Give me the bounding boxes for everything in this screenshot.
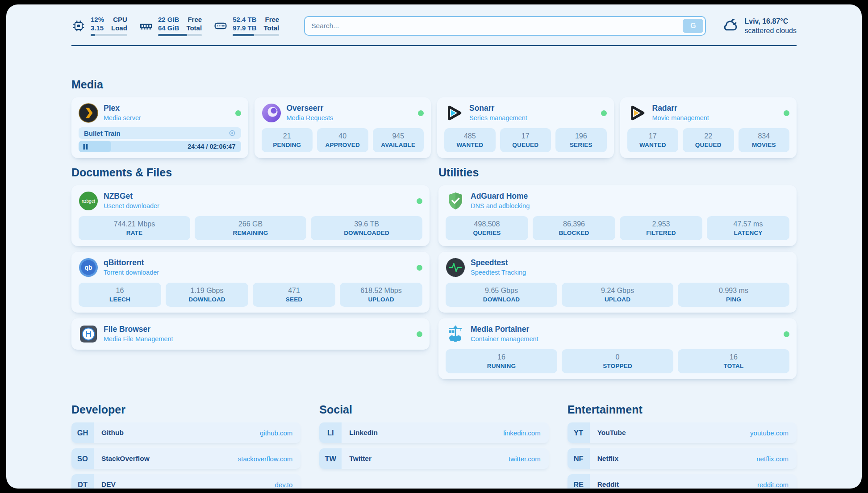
disk-progress-bar bbox=[233, 34, 279, 36]
plex-icon bbox=[79, 103, 98, 123]
stat-wanted: 17 WANTED bbox=[627, 128, 679, 152]
now-playing-widget: Bullet Train bbox=[79, 127, 241, 152]
stat-filtered: 2,953 FILTERED bbox=[620, 216, 702, 240]
bookmark-dev[interactable]: DT DEV dev.to bbox=[71, 474, 300, 489]
section-title-developer: Developer bbox=[71, 403, 300, 416]
service-card-sonarr[interactable]: Sonarr Series management 485 WANTED 17 Q… bbox=[437, 97, 614, 158]
bookmark-youtube[interactable]: YT YouTube youtube.com bbox=[568, 422, 797, 443]
bookmark-name: YouTube bbox=[590, 422, 626, 443]
bookmark-abbr: DT bbox=[71, 474, 94, 489]
bookmark-abbr: NF bbox=[568, 448, 590, 469]
cpu-progress-bar bbox=[91, 34, 127, 36]
service-card-filebrowser[interactable]: File Browser Media File Management bbox=[71, 318, 430, 350]
service-name: AdGuard Home bbox=[471, 192, 530, 201]
bookmark-url: linkedin.com bbox=[503, 422, 548, 443]
bookmark-linkedin[interactable]: LI LinkedIn linkedin.com bbox=[319, 422, 548, 443]
service-card-adguard[interactable]: AdGuard Home DNS and adblocking 498,508 … bbox=[438, 185, 797, 246]
service-name: Plex bbox=[104, 104, 141, 113]
disk-values: 52.4 TB 97.9 TB bbox=[233, 15, 256, 32]
status-dot bbox=[601, 110, 607, 116]
bookmark-name: StackOverflow bbox=[94, 448, 150, 469]
bookmark-url: youtube.com bbox=[750, 422, 797, 443]
service-card-qbittorrent[interactable]: qb qBittorrent Torrent downloader bbox=[71, 252, 430, 313]
service-name: Media Portainer bbox=[471, 325, 538, 334]
service-card-speedtest[interactable]: Speedtest Speedtest Tracking 9.65 Gbps D… bbox=[438, 252, 797, 313]
service-name: File Browser bbox=[104, 325, 173, 334]
service-card-portainer[interactable]: Media Portainer Container management 16 … bbox=[438, 318, 797, 379]
sonarr-icon bbox=[444, 103, 464, 123]
status-dot bbox=[418, 110, 424, 116]
service-card-plex[interactable]: Plex Media server Bullet Train bbox=[71, 97, 248, 158]
service-description: Usenet downloader bbox=[104, 202, 159, 210]
cpu-widget: 12% 3.15 CPU Load bbox=[71, 15, 127, 36]
ram-icon bbox=[139, 19, 153, 33]
stat-running: 16 RUNNING bbox=[446, 349, 557, 373]
bookmark-stackoverflow[interactable]: SO StackOverflow stackoverflow.com bbox=[71, 448, 300, 469]
service-description: Series management bbox=[469, 114, 527, 122]
nzbget-icon: nzbget bbox=[79, 191, 98, 211]
bookmark-name: LinkedIn bbox=[342, 422, 378, 443]
service-name: Speedtest bbox=[471, 258, 526, 267]
service-description: Container management bbox=[471, 335, 538, 343]
bookmark-twitter[interactable]: TW Twitter twitter.com bbox=[319, 448, 548, 469]
svg-text:qb: qb bbox=[84, 264, 92, 271]
bookmark-name: DEV bbox=[94, 474, 116, 489]
service-description: Speedtest Tracking bbox=[471, 268, 526, 277]
bookmark-url: netflix.com bbox=[756, 448, 797, 469]
memory-values: 22 GiB 64 GiB bbox=[158, 15, 179, 32]
bookmark-abbr: SO bbox=[71, 448, 94, 469]
stat-upload: 9.24 Gbps UPLOAD bbox=[562, 283, 673, 307]
service-name: Sonarr bbox=[469, 104, 527, 113]
bookmark-abbr: RE bbox=[568, 474, 590, 489]
stat-stopped: 0 STOPPED bbox=[562, 349, 673, 373]
service-card-nzbget[interactable]: nzbget NZBGet Usenet downloader 74 bbox=[71, 185, 430, 246]
hdd-icon bbox=[213, 19, 228, 33]
speedtest-icon bbox=[446, 258, 465, 277]
pause-icon bbox=[83, 144, 88, 150]
bookmark-name: Github bbox=[94, 422, 124, 443]
bookmark-abbr: LI bbox=[319, 422, 342, 443]
service-description: Torrent downloader bbox=[104, 268, 159, 277]
memory-progress-bar bbox=[158, 34, 202, 36]
service-card-radarr[interactable]: Radarr Movie management 17 WANTED 22 QUE… bbox=[620, 97, 797, 158]
service-name: Overseerr bbox=[287, 104, 334, 113]
status-dot bbox=[784, 331, 789, 337]
status-dot bbox=[784, 110, 789, 116]
search-engine-button[interactable]: G bbox=[683, 19, 703, 33]
stat-pending: 21 PENDING bbox=[262, 128, 313, 152]
status-dot bbox=[417, 198, 422, 204]
dashboard-page: 12% 3.15 CPU Load bbox=[6, 4, 862, 489]
filebrowser-icon bbox=[79, 324, 98, 344]
bookmark-github[interactable]: GH Github github.com bbox=[71, 422, 300, 443]
cpu-values: 12% 3.15 bbox=[91, 15, 104, 32]
qbittorrent-icon: qb bbox=[79, 258, 98, 277]
bookmark-url: dev.to bbox=[275, 474, 301, 489]
bookmark-url: stackoverflow.com bbox=[238, 448, 301, 469]
portainer-icon bbox=[446, 324, 465, 344]
service-description: Media server bbox=[104, 114, 141, 122]
stat-approved: 40 APPROVED bbox=[317, 128, 368, 152]
playback-progress-bar: 24:44 / 02:06:47 bbox=[79, 141, 241, 152]
stat-blocked: 86,396 BLOCKED bbox=[533, 216, 615, 240]
bookmark-name: Reddit bbox=[590, 474, 619, 489]
service-card-overseerr[interactable]: Overseerr Media Requests 21 PENDING 40 A… bbox=[255, 97, 431, 158]
stat-wanted: 485 WANTED bbox=[444, 128, 496, 152]
bookmark-reddit[interactable]: RE Reddit reddit.com bbox=[568, 474, 797, 489]
memory-labels: Free Total bbox=[186, 15, 202, 32]
bookmark-abbr: GH bbox=[71, 422, 94, 443]
cpu-labels: CPU Load bbox=[111, 15, 127, 32]
bookmark-abbr: YT bbox=[568, 422, 590, 443]
now-playing-settings-icon[interactable] bbox=[229, 130, 236, 137]
stat-download: 1.19 Gbps DOWNLOAD bbox=[166, 283, 248, 307]
bookmark-netflix[interactable]: NF Netflix netflix.com bbox=[568, 448, 797, 469]
stat-movies: 834 MOVIES bbox=[739, 128, 790, 152]
service-name: qBittorrent bbox=[104, 258, 159, 267]
status-dot bbox=[417, 331, 422, 337]
header-divider bbox=[71, 45, 797, 46]
cpu-icon bbox=[71, 19, 86, 33]
service-description: Media Requests bbox=[287, 114, 334, 122]
stat-ping: 0.993 ms PING bbox=[678, 283, 789, 307]
bookmark-name: Twitter bbox=[342, 448, 371, 469]
stat-seed: 471 SEED bbox=[253, 283, 335, 307]
search-input[interactable] bbox=[305, 22, 683, 30]
